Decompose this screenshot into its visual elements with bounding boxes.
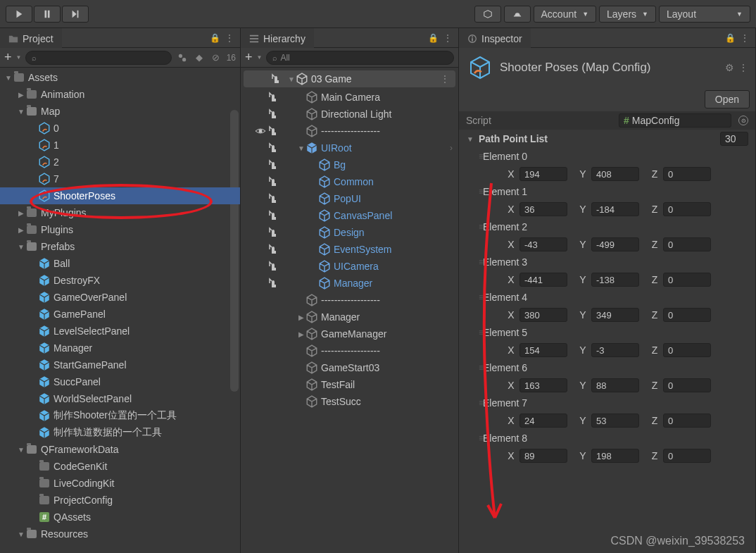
hidden-icon[interactable]: ⊘	[210, 51, 222, 64]
x-field[interactable]	[519, 378, 567, 392]
z-field[interactable]	[663, 237, 711, 251]
scene-menu-icon[interactable]: ⋮	[440, 73, 455, 85]
x-field[interactable]	[519, 167, 567, 181]
picker-icon[interactable]	[267, 227, 279, 238]
hierarchy-row[interactable]: Manager	[241, 309, 458, 325]
menu-icon[interactable]: ⋮	[738, 62, 748, 73]
tree-row-animation[interactable]: Animation	[0, 86, 240, 103]
fold-icon[interactable]	[297, 144, 305, 152]
hierarchy-row[interactable]: GameManager	[241, 325, 458, 342]
z-field[interactable]	[663, 414, 711, 428]
hierarchy-row[interactable]: TestSucc	[241, 393, 458, 410]
drag-handle-icon[interactable]: ≡	[479, 292, 484, 302]
tree-row-resources[interactable]: Resources	[0, 526, 240, 542]
picker-icon[interactable]	[267, 125, 279, 137]
tree-row-succpanel[interactable]: SuccPanel	[0, 373, 240, 390]
project-tree[interactable]: AssetsAnimationMap0127ShooterPosesMyPlug…	[0, 68, 240, 553]
picker-icon[interactable]	[267, 261, 279, 272]
drag-handle-icon[interactable]: ≡	[479, 187, 484, 197]
picker-icon[interactable]	[267, 210, 279, 221]
drag-handle-icon[interactable]: ≡	[479, 433, 484, 443]
hierarchy-row[interactable]: Design	[241, 224, 458, 241]
panel-menu-icon[interactable]: ⋮	[443, 32, 453, 44]
lock-icon[interactable]: 🔒	[210, 33, 220, 43]
x-field[interactable]	[519, 343, 567, 357]
tree-row-qassets[interactable]: #QAssets	[0, 509, 240, 526]
tree-row-gameoverpanel[interactable]: GameOverPanel	[0, 289, 240, 306]
picker-icon[interactable]	[267, 159, 279, 170]
hierarchy-row[interactable]: ------------------	[241, 292, 458, 309]
tree-row-assets[interactable]: Assets	[0, 69, 240, 86]
inspector-tab[interactable]: Inspector	[459, 28, 531, 48]
z-field[interactable]	[663, 343, 711, 357]
fold-icon[interactable]	[466, 135, 474, 143]
fold-icon[interactable]	[297, 330, 305, 338]
picker-icon[interactable]	[267, 108, 279, 120]
x-field[interactable]	[519, 414, 567, 428]
hierarchy-row[interactable]: Manager	[241, 275, 458, 292]
y-field[interactable]	[591, 273, 639, 287]
object-picker-icon[interactable]: ⊙	[738, 116, 748, 125]
tree-row-1[interactable]: 1	[0, 137, 240, 154]
tree-row-myplugins[interactable]: MyPlugins	[0, 204, 240, 221]
tree-row-manager[interactable]: Manager	[0, 340, 240, 356]
y-field[interactable]	[591, 449, 639, 463]
tree-row-qframeworkdata[interactable]: QFrameworkData	[0, 441, 240, 458]
tree-row-projectconfig[interactable]: ProjectConfig	[0, 492, 240, 509]
hierarchy-search[interactable]: ⌕All	[266, 51, 454, 65]
open-button[interactable]: Open	[705, 90, 750, 108]
fold-icon[interactable]	[287, 75, 296, 83]
y-field[interactable]	[591, 414, 639, 428]
drag-handle-icon[interactable]: ≡	[479, 151, 484, 161]
drag-handle-icon[interactable]: ≡	[479, 363, 484, 373]
hierarchy-row[interactable]: GameStart03	[241, 359, 458, 376]
z-field[interactable]	[663, 273, 711, 287]
fold-icon[interactable]	[17, 446, 25, 454]
tree-row-2[interactable]: 2	[0, 154, 240, 170]
picker-icon[interactable]	[267, 176, 279, 187]
tree-row-plugins[interactable]: Plugins	[0, 221, 240, 238]
add-button[interactable]: +	[245, 50, 253, 65]
y-field[interactable]	[591, 202, 639, 216]
hierarchy-row[interactable]: UICamera	[241, 258, 458, 275]
picker-icon[interactable]	[267, 92, 279, 103]
y-field[interactable]	[591, 308, 639, 322]
cloud-button[interactable]	[474, 6, 501, 23]
z-field[interactable]	[663, 202, 711, 216]
hierarchy-row[interactable]: UIRoot›	[241, 139, 458, 156]
hierarchy-row[interactable]: Directional Light	[241, 106, 458, 123]
chevron-right-icon[interactable]: ›	[450, 143, 458, 153]
account-dropdown[interactable]: Account▼	[534, 6, 597, 23]
settings-icon[interactable]: ⚙	[725, 62, 734, 73]
play-button[interactable]	[6, 6, 32, 23]
add-button[interactable]: +	[4, 50, 12, 65]
tag-icon[interactable]: ◆	[193, 51, 206, 64]
pause-button[interactable]	[34, 6, 61, 23]
tree-row-livecodingkit[interactable]: LiveCodingKit	[0, 475, 240, 492]
panel-menu-icon[interactable]: ⋮	[225, 32, 234, 44]
picker-icon[interactable]	[270, 73, 282, 85]
fold-icon[interactable]	[17, 530, 25, 538]
z-field[interactable]	[663, 308, 711, 322]
fold-icon[interactable]	[17, 108, 25, 116]
project-search[interactable]: ⌕	[25, 51, 171, 65]
drag-handle-icon[interactable]: ≡	[479, 328, 484, 337]
fold-icon[interactable]	[17, 226, 25, 234]
tree-row-gamepanel[interactable]: GamePanel	[0, 306, 240, 323]
collab-button[interactable]	[504, 6, 531, 23]
list-count-field[interactable]: 30	[720, 132, 748, 146]
eye-icon[interactable]	[255, 125, 266, 137]
tree-row-0[interactable]: 0	[0, 120, 240, 137]
y-field[interactable]	[591, 167, 639, 181]
lock-icon[interactable]: 🔒	[428, 33, 439, 43]
layout-dropdown[interactable]: Layout▼	[659, 6, 750, 23]
tree-row-prefabs[interactable]: Prefabs	[0, 238, 240, 255]
fold-icon[interactable]	[17, 91, 25, 99]
fold-icon[interactable]	[17, 243, 25, 251]
tree-row-worldselectpanel[interactable]: WorldSelectPanel	[0, 390, 240, 407]
hierarchy-row[interactable]: EventSystem	[241, 241, 458, 258]
x-field[interactable]	[519, 273, 567, 287]
tree-row-ball[interactable]: Ball	[0, 255, 240, 272]
fold-icon[interactable]	[297, 313, 305, 321]
picker-icon[interactable]	[267, 193, 279, 204]
